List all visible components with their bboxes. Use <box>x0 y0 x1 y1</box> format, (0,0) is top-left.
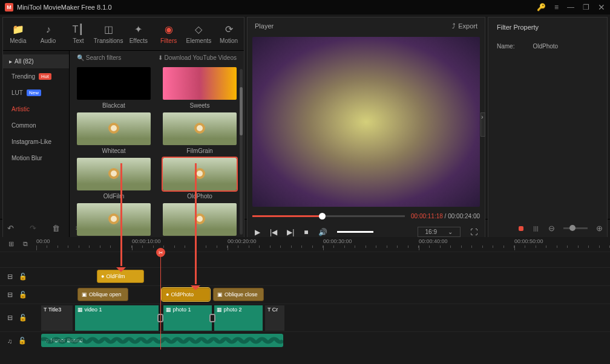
filter-scrollbar[interactable] <box>240 69 243 235</box>
tab-audio[interactable]: ♪Audio <box>33 18 64 50</box>
lock-icon[interactable]: 🔓 <box>18 337 27 345</box>
lock-icon[interactable]: 🔓 <box>19 291 27 299</box>
category-motion-blur[interactable]: Motion Blur <box>3 150 69 166</box>
menu-icon[interactable]: ≡ <box>554 3 559 11</box>
track-icon: ⊟ <box>7 291 13 299</box>
filter-thumb-oldphoto[interactable]: OldPhoto <box>163 158 237 200</box>
annotation-arrow-oldfilm <box>120 163 122 266</box>
filter-thumb-sweets[interactable]: Sweets <box>163 67 237 109</box>
music-icon: ♫ <box>7 337 12 345</box>
timeline-ruler[interactable]: ⊞ ⧉ 00:0000:00:10:0000:00:20:0000:00:30:… <box>0 237 610 252</box>
transition-track: ⊟🔓 ▣ Oblique open ● OldPhoto ▣ Oblique c… <box>0 285 610 304</box>
tab-label: Audio <box>41 37 56 44</box>
clip-oldphoto[interactable]: ● OldPhoto <box>162 288 210 301</box>
zoom-slider[interactable] <box>563 227 588 229</box>
seek-knob[interactable] <box>319 213 326 219</box>
tab-label: Transitions <box>94 37 123 44</box>
filter-thumb-extra[interactable] <box>163 203 237 238</box>
aspect-select[interactable]: 16:9⌄ <box>418 227 461 237</box>
clip-oblique-close[interactable]: ▣ Oblique close <box>213 288 264 301</box>
seek-bar[interactable] <box>252 215 405 217</box>
tab-label: Motion <box>220 37 238 44</box>
chevron-down-icon: ⌄ <box>448 229 453 235</box>
clip-title3[interactable]: T Title3 <box>41 305 73 331</box>
seek-row: 00:00:11:18 / 00:00:24:00 <box>252 213 480 219</box>
prop-name-label: Name: <box>497 43 514 50</box>
time-total: 00:00:24:00 <box>448 213 480 219</box>
redo-button[interactable]: ↷ <box>30 224 36 233</box>
tab-label: Elements <box>186 37 212 44</box>
key-icon[interactable]: 🔑 <box>537 3 546 11</box>
volume-icon[interactable]: 🔊 <box>318 228 327 236</box>
filter-grid: BlackcatSweetsWhitecatFilmGrainOldFilmOl… <box>70 65 244 241</box>
time-current: 00:00:11:18 <box>411 213 443 219</box>
maximize-icon[interactable]: ❐ <box>583 3 589 11</box>
export-button[interactable]: ⤴ Export <box>452 22 477 30</box>
tab-effects[interactable]: ✦Effects <box>123 18 154 50</box>
timeline-tracks: ✂ ⊟🔓 ● OldFilm ⊟🔓 ▣ Oblique open ● OldPh… <box>0 252 610 349</box>
clip-cr[interactable]: T Cr <box>265 305 284 331</box>
playhead-scissor-icon[interactable]: ✂ <box>156 248 165 257</box>
filter-track: ⊟🔓 ● OldFilm <box>0 267 610 285</box>
category-trending[interactable]: TrendingHot <box>3 68 69 85</box>
filter-thumb-blackcat[interactable]: Blackcat <box>77 67 151 109</box>
tab-filters[interactable]: ◉Filters <box>154 18 184 50</box>
tab-text[interactable]: T┃Text <box>64 18 94 50</box>
close-icon[interactable]: ✕ <box>598 2 605 12</box>
motion-icon: ⟳ <box>225 24 233 35</box>
ruler-mark: 00:00:40:00 <box>419 237 514 252</box>
prop-name-value: OldPhoto <box>533 43 558 50</box>
filter-categories: ▸ All (82) TrendingHotLUTNewArtisticComm… <box>3 51 70 241</box>
clip-honor-bound[interactable]: ♫ Honor Bound <box>41 334 283 347</box>
ruler-mark: 00:00:30:00 <box>323 237 419 252</box>
prev-button[interactable]: |◀ <box>270 228 277 236</box>
fullscreen-button[interactable]: ⛶ <box>470 228 477 236</box>
filter-thumb-whitecat[interactable]: Whitecat <box>77 112 151 154</box>
clip-photo1[interactable]: ▦ photo 1 <box>163 305 212 331</box>
category-common[interactable]: Common <box>3 117 69 134</box>
audio-settings-icon[interactable]: ⫼ <box>532 224 540 233</box>
filter-thumb-oldfilm[interactable]: OldFilm <box>77 158 151 200</box>
annotation-arrow-oldphoto <box>195 163 197 284</box>
zoom-in-button[interactable]: ⊕ <box>596 224 603 233</box>
player-panel: Player ⤴ Export › 00:00:11:18 / 00:00:24… <box>247 17 485 241</box>
filter-thumb-extra[interactable] <box>77 203 151 238</box>
filters-icon: ◉ <box>165 24 173 35</box>
clip-video1[interactable]: ▦ video 1 <box>75 305 159 331</box>
playhead[interactable]: ✂ <box>160 252 161 349</box>
app-title: MiniTool MovieMaker Free 8.1.0 <box>17 4 112 11</box>
play-button[interactable]: ▶ <box>255 228 260 236</box>
preview-area[interactable] <box>252 37 480 207</box>
delete-button[interactable]: 🗑 <box>52 224 60 233</box>
filter-thumb-filmgrain[interactable]: FilmGrain <box>163 112 237 154</box>
record-indicator[interactable] <box>519 226 523 231</box>
category-instagram-like[interactable]: Instagram-Like <box>3 134 69 150</box>
lock-icon[interactable]: 🔓 <box>19 273 27 281</box>
category-lut[interactable]: LUTNew <box>3 85 69 101</box>
download-youtube[interactable]: ⬇ Download YouTube Videos <box>158 54 237 61</box>
category-artistic[interactable]: Artistic <box>3 101 69 117</box>
snap-icon[interactable]: ⧉ <box>23 240 28 248</box>
tab-transitions[interactable]: ◫Transitions <box>93 18 123 50</box>
effects-icon: ✦ <box>134 24 142 35</box>
minimize-icon[interactable]: — <box>567 3 574 11</box>
property-title: Filter Property <box>497 24 599 31</box>
clip-oblique-open[interactable]: ▣ Oblique open <box>77 288 128 301</box>
tab-elements[interactable]: ◇Elements <box>184 18 214 50</box>
titlebar: M MiniTool MovieMaker Free 8.1.0 🔑 ≡ — ❐… <box>0 0 610 15</box>
stop-button[interactable]: ■ <box>304 228 308 236</box>
clip-photo2[interactable]: ▦ photo 2 <box>214 305 263 331</box>
panel-expand-handle[interactable]: › <box>480 112 485 137</box>
lock-icon[interactable]: 🔓 <box>19 314 27 322</box>
undo-button[interactable]: ↶ <box>7 224 14 233</box>
video-track: ⊟🔓 T Title3 ▦ video 1 ▦ photo 1 ▦ photo … <box>0 304 610 331</box>
zoom-out-button[interactable]: ⊖ <box>548 224 555 233</box>
tab-motion[interactable]: ⟳Motion <box>214 18 244 50</box>
add-media-icon[interactable]: ⊞ <box>8 240 14 248</box>
search-filters[interactable]: 🔍 Search filters <box>77 54 121 61</box>
volume-slider[interactable] <box>337 231 373 233</box>
next-button[interactable]: ▶| <box>287 228 294 236</box>
tab-label: Media <box>10 37 26 44</box>
tab-media[interactable]: 📁Media <box>3 18 33 50</box>
category-all[interactable]: ▸ All (82) <box>3 54 69 68</box>
